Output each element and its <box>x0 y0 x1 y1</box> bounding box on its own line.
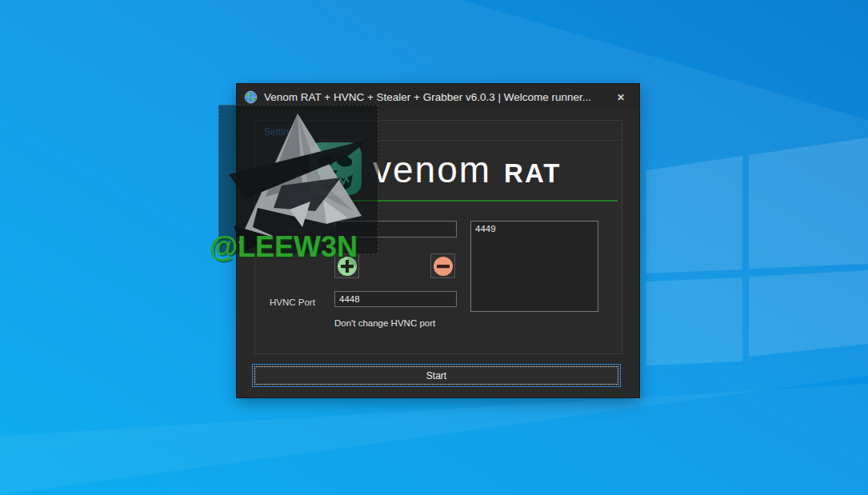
window-title: Venom RAT + HVNC + Stealer + Grabber v6.… <box>264 91 591 103</box>
ports-listbox[interactable]: 4449 <box>470 221 598 312</box>
close-button[interactable]: ✕ <box>614 90 628 105</box>
minus-icon <box>433 256 454 277</box>
brand-word-light: venom <box>373 151 491 188</box>
hvnc-port-label: HVNC Port <box>270 297 315 307</box>
brand-wordmark: venom RAT <box>373 151 561 188</box>
watermark-handle: @LEEW3N <box>210 230 358 264</box>
start-button[interactable]: Start <box>252 364 621 387</box>
windows-logo-icon <box>646 138 868 365</box>
brand-word-bold: RAT <box>504 160 561 186</box>
ports-list-item[interactable]: 4449 <box>471 222 598 235</box>
globe-icon <box>244 90 258 104</box>
remove-port-button[interactable] <box>430 253 455 278</box>
hvnc-port-input[interactable] <box>334 291 457 307</box>
screen: Venom RAT + HVNC + Stealer + Grabber v6.… <box>0 0 868 495</box>
hvnc-note: Don't change HVNC port <box>334 318 435 328</box>
